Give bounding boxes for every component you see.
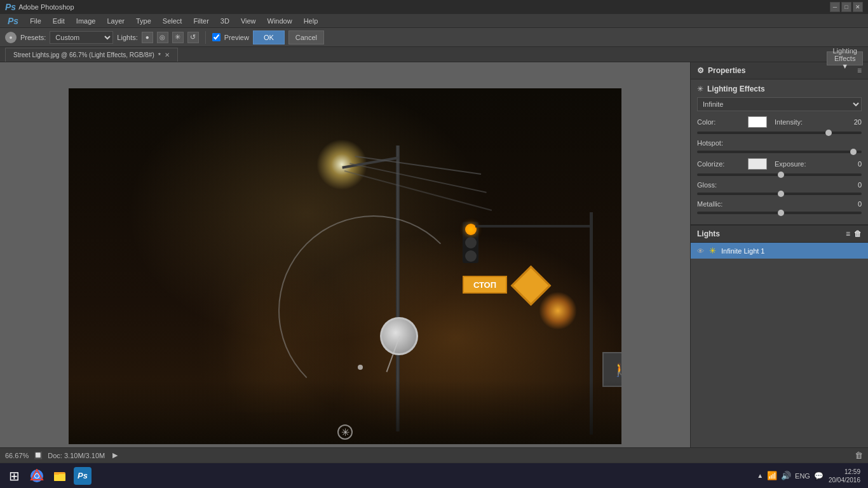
- lighting-icon: ✳: [697, 85, 703, 93]
- ok-button[interactable]: OK: [253, 30, 285, 44]
- streetlamp-glow-bottom: [539, 292, 577, 330]
- exposure-slider-track[interactable]: [697, 173, 862, 176]
- light-list-item[interactable]: 👁 ✳ Infinite Light 1: [691, 243, 868, 259]
- notification-icon[interactable]: 💬: [814, 471, 824, 480]
- cursor-tool-icon: ▶: [112, 451, 118, 459]
- menu-3d[interactable]: 3D: [215, 16, 234, 26]
- title-bar-controls: ─ □ ✕: [830, 2, 863, 12]
- canvas-wrapper: СТОП 🚶: [69, 88, 621, 444]
- menu-window[interactable]: Window: [262, 16, 297, 26]
- gloss-value: 0: [843, 181, 862, 189]
- title-bar-title: Adobe Photoshop: [18, 3, 74, 11]
- presets-select[interactable]: Custom Default: [50, 31, 113, 44]
- hotspot-row: Hotspot:: [697, 139, 862, 147]
- stop-sign: СТОП: [463, 276, 507, 294]
- zoom-level: 66.67%: [5, 452, 29, 459]
- preview-checkbox[interactable]: [212, 33, 220, 41]
- lighting-effects-section: ✳ Lighting Effects Infinite Spot Point C…: [691, 79, 868, 225]
- menu-view[interactable]: View: [236, 16, 261, 26]
- lighting-effects-title: Lighting Effects: [707, 85, 765, 93]
- taskbar-right-area: ▲ 📶 🔊 ENG 💬 12:59 20/04/2016: [757, 468, 865, 484]
- color-label: Color:: [697, 118, 748, 126]
- taskbar-chrome-icon[interactable]: [27, 466, 47, 486]
- trash-icon[interactable]: 🗑: [855, 451, 863, 460]
- canvas-center-indicator: ✳: [337, 424, 353, 440]
- signal-dark-light-1: [465, 237, 477, 248]
- color-swatch[interactable]: [748, 116, 767, 128]
- taskbar-photoshop-icon[interactable]: Ps: [72, 466, 93, 486]
- taskbar-clock[interactable]: 12:59 20/04/2016: [829, 468, 860, 484]
- volume-icon[interactable]: 🔊: [781, 471, 791, 480]
- lights-section: Lights ≡ 🗑 👁 ✳ Infinite Light 1: [691, 225, 868, 470]
- svg-rect-4: [54, 474, 65, 481]
- maximize-button[interactable]: □: [841, 2, 851, 12]
- lights-options-icon[interactable]: ≡: [846, 229, 850, 238]
- canvas-area[interactable]: СТОП 🚶: [0, 62, 690, 470]
- gloss-slider-track[interactable]: [697, 193, 862, 195]
- light-type-icon: ✳: [709, 246, 716, 255]
- signal-dark-light-2: [465, 250, 477, 262]
- lights-header: Lights ≡ 🗑: [691, 225, 868, 243]
- document-tab[interactable]: Street Lights.jpg @ 66.7% (Light Effects…: [5, 48, 178, 62]
- signal-arm-horizontal: [475, 225, 593, 227]
- hotspot-slider-row: [697, 151, 862, 153]
- menu-filter[interactable]: Filter: [188, 16, 214, 26]
- ps-logo-small: Ps: [5, 2, 16, 12]
- network-icon[interactable]: 📶: [767, 471, 777, 480]
- reset-icon[interactable]: ↺: [187, 32, 199, 43]
- colorize-exposure-row: Colorize: Exposure: 0: [697, 158, 862, 170]
- minimize-button[interactable]: ─: [830, 2, 840, 12]
- metallic-value: 0: [843, 200, 862, 208]
- start-button[interactable]: ⊞: [3, 464, 25, 487]
- menu-layer[interactable]: Layer: [102, 16, 130, 26]
- taskbar-explorer-icon[interactable]: [50, 466, 70, 486]
- exposure-slider-thumb[interactable]: [778, 172, 784, 178]
- color-intensity-row: Color: Intensity: 20: [697, 116, 862, 128]
- metallic-row: Metallic: 0: [697, 200, 862, 208]
- tab-close-button[interactable]: ✕: [165, 51, 170, 58]
- gloss-slider-thumb[interactable]: [778, 191, 784, 197]
- colorize-swatch[interactable]: [748, 158, 767, 170]
- tray-expand-icon[interactable]: ▲: [757, 472, 763, 479]
- taskbar-time-display: 12:59: [829, 468, 860, 476]
- menu-help[interactable]: Help: [299, 16, 323, 26]
- light-type-select[interactable]: Infinite Spot Point: [697, 97, 862, 111]
- hotspot-slider-track[interactable]: [697, 151, 862, 153]
- lights-trash-icon[interactable]: 🗑: [854, 229, 862, 238]
- light-visibility-icon[interactable]: 👁: [697, 247, 704, 255]
- doc-size: Doc: 3.10M/3.10M: [48, 452, 105, 459]
- properties-title: Properties: [708, 66, 745, 75]
- right-panel: ⚙ Properties ≡ ✳ Lighting Effects Infini…: [690, 62, 868, 470]
- cancel-button[interactable]: Cancel: [288, 30, 324, 44]
- title-bar-left: Ps Adobe Photoshop: [5, 2, 74, 12]
- properties-collapse-button[interactable]: ≡: [857, 66, 862, 75]
- add-point-light-icon[interactable]: ●: [142, 32, 153, 43]
- menu-select[interactable]: Select: [158, 16, 187, 26]
- menu-ps[interactable]: Ps: [3, 15, 24, 27]
- hotspot-slider-thumb[interactable]: [850, 149, 857, 155]
- language-indicator[interactable]: ENG: [795, 472, 810, 480]
- intensity-slider-thumb[interactable]: [825, 130, 832, 136]
- add-spot-light-icon[interactable]: ◎: [157, 32, 168, 43]
- preset-icon: ●: [5, 32, 17, 43]
- title-bar: Ps Adobe Photoshop ─ □ ✕: [0, 0, 868, 14]
- lighting-effects-dropdown[interactable]: Lighting Effects ▼: [827, 51, 863, 65]
- canvas-image[interactable]: СТОП 🚶: [69, 88, 621, 444]
- metallic-slider-thumb[interactable]: [778, 210, 784, 216]
- ps-app-icon: Ps: [74, 467, 92, 485]
- menu-edit[interactable]: Edit: [48, 16, 70, 26]
- close-button[interactable]: ✕: [853, 2, 863, 12]
- intensity-slider-row: [697, 132, 862, 134]
- tab-filename: Street Lights.jpg @ 66.7% (Light Effects…: [13, 51, 154, 58]
- lights-controls: ≡ 🗑: [846, 229, 862, 238]
- add-infinite-light-icon[interactable]: ✳: [172, 32, 184, 43]
- intensity-slider-track[interactable]: [697, 132, 862, 134]
- menu-file[interactable]: File: [25, 16, 46, 26]
- menu-type[interactable]: Type: [131, 16, 156, 26]
- metallic-slider-track[interactable]: [697, 212, 862, 214]
- lights-title: Lights: [697, 229, 720, 238]
- windows-icon: ⊞: [9, 468, 20, 484]
- options-left: ● Presets: Custom Default Lights: ● ◎ ✳ …: [5, 30, 863, 44]
- light-item-name: Infinite Light 1: [721, 247, 765, 255]
- menu-image[interactable]: Image: [71, 16, 101, 26]
